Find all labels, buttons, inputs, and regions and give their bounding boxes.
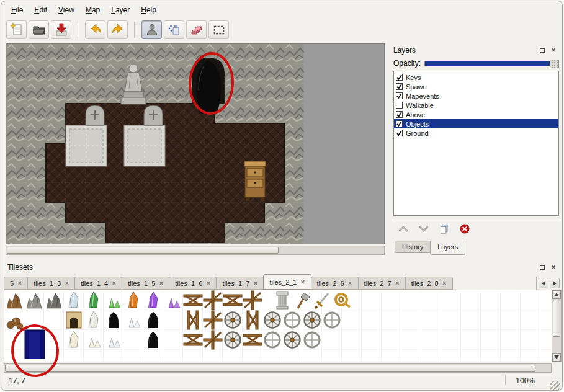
- map-viewport[interactable]: [6, 43, 385, 244]
- chevron-up-icon: [397, 223, 410, 235]
- layer-label: Walkable: [406, 102, 434, 109]
- menu-help[interactable]: Help: [136, 4, 161, 16]
- select-tool-button[interactable]: [208, 20, 229, 39]
- layer-row-above[interactable]: Above: [394, 110, 558, 119]
- tileset-tab-tiles_1_4[interactable]: tiles_1_4×: [74, 277, 122, 290]
- map-canvas[interactable]: [6, 44, 384, 244]
- menu-edit[interactable]: Edit: [29, 4, 52, 16]
- close-tab-icon[interactable]: ×: [395, 280, 400, 287]
- layer-visibility-checkbox[interactable]: [396, 74, 403, 81]
- tilesets-panel-header: Tilesets ×: [7, 262, 558, 273]
- layer-visibility-checkbox[interactable]: [396, 130, 403, 136]
- tileset-tab-label: tiles_1_6: [175, 280, 202, 287]
- menu-view[interactable]: View: [53, 4, 79, 16]
- tileset-tab-5[interactable]: 5×: [4, 277, 28, 290]
- close-tab-icon[interactable]: ×: [301, 278, 305, 286]
- close-panel-icon[interactable]: ×: [549, 263, 558, 272]
- scrollbar-thumb[interactable]: [553, 300, 560, 337]
- float-panel-icon[interactable]: [538, 46, 547, 55]
- layer-visibility-checkbox[interactable]: [396, 83, 403, 90]
- undo-button[interactable]: [85, 20, 105, 39]
- layer-label: Keys: [406, 74, 421, 81]
- status-separator: [505, 375, 506, 385]
- scroll-tabs-right-button[interactable]: [550, 278, 560, 288]
- redo-button[interactable]: [107, 20, 128, 39]
- scroll-tabs-left-button[interactable]: [539, 278, 548, 288]
- tileset-tab-label: tiles_2_8: [411, 280, 439, 287]
- eraser-tool-button[interactable]: [186, 20, 207, 39]
- tileset-tab-tiles_2_1[interactable]: tiles_2_1×: [263, 274, 311, 290]
- new-file-button[interactable]: [6, 20, 27, 39]
- person-stamp-icon: [145, 22, 159, 37]
- menu-layer[interactable]: Layer: [106, 4, 135, 16]
- scrollbar-thumb[interactable]: [5, 365, 535, 372]
- tilesets-panel-title: Tilesets: [7, 263, 535, 272]
- close-tab-icon[interactable]: ×: [206, 280, 210, 287]
- layer-visibility-checkbox[interactable]: [396, 111, 403, 118]
- triangle-right-icon: [553, 281, 557, 286]
- layer-row-mapevents[interactable]: Mapevents: [394, 91, 558, 100]
- close-tab-icon[interactable]: ×: [348, 280, 352, 287]
- layer-visibility-checkbox[interactable]: [396, 92, 403, 99]
- tileset-vertical-scrollbar[interactable]: [552, 290, 561, 362]
- tileset-tab-tiles_1_7[interactable]: tiles_1_7×: [216, 277, 264, 290]
- close-tab-icon[interactable]: ×: [442, 280, 447, 287]
- float-panel-icon[interactable]: [538, 263, 547, 272]
- layer-visibility-checkbox[interactable]: [396, 120, 403, 127]
- layers-panel-tabs: HistoryLayers: [395, 241, 465, 255]
- scroll-down-button[interactable]: [552, 353, 561, 362]
- close-tab-icon[interactable]: ×: [17, 280, 22, 287]
- tileset-tab-tiles_1_5[interactable]: tiles_1_5×: [122, 277, 169, 290]
- delete-layer-button[interactable]: [457, 221, 472, 236]
- tileset-canvas[interactable]: [4, 290, 552, 362]
- opacity-slider-handle[interactable]: [550, 60, 559, 68]
- layer-row-keys[interactable]: Keys: [394, 73, 558, 82]
- tileset-tab-label: tiles_2_1: [269, 278, 297, 286]
- move-layer-up-button[interactable]: [396, 221, 411, 236]
- resize-grip[interactable]: [550, 381, 560, 391]
- tileset-tab-tiles_1_3[interactable]: tiles_1_3×: [27, 277, 75, 290]
- scroll-up-button[interactable]: [552, 290, 561, 299]
- tileset-tab-label: tiles_1_3: [34, 280, 61, 287]
- layer-row-ground[interactable]: Ground: [394, 128, 558, 138]
- tab-layers[interactable]: Layers: [430, 241, 465, 255]
- layers-panel: Layers × Opacity: KeysSpawnMapeventsWalk…: [390, 43, 562, 255]
- open-button[interactable]: [29, 20, 49, 39]
- move-layer-down-button[interactable]: [416, 221, 431, 236]
- opacity-slider[interactable]: [424, 61, 559, 66]
- stamp-tool-button[interactable]: [141, 20, 162, 39]
- layer-row-spawn[interactable]: Spawn: [394, 82, 558, 91]
- tileset-tab-tiles_2_8[interactable]: tiles_2_8×: [405, 277, 453, 290]
- duplicate-layer-button[interactable]: [437, 221, 452, 236]
- opacity-slider-fill: [425, 61, 558, 66]
- check-icon: [396, 112, 402, 117]
- layer-visibility-checkbox[interactable]: [396, 102, 403, 109]
- tab-history[interactable]: History: [395, 241, 431, 253]
- close-panel-icon[interactable]: ×: [549, 46, 558, 55]
- open-folder-icon: [32, 22, 47, 37]
- layers-list: KeysSpawnMapeventsWalkableAboveObjectsGr…: [393, 71, 559, 216]
- layer-row-walkable[interactable]: Walkable: [394, 100, 558, 110]
- map-horizontal-scrollbar[interactable]: [6, 246, 385, 255]
- layers-panel-title: Layers: [393, 46, 535, 55]
- layer-row-objects[interactable]: Objects: [394, 119, 558, 128]
- tileset-tab-tiles_2_7[interactable]: tiles_2_7×: [358, 277, 406, 290]
- menu-map[interactable]: Map: [81, 4, 105, 16]
- tileset-tab-tiles_1_6[interactable]: tiles_1_6×: [169, 277, 217, 290]
- layer-actions: [393, 220, 559, 237]
- tileset-horizontal-scrollbar[interactable]: [4, 363, 552, 373]
- save-button[interactable]: [51, 20, 71, 39]
- scrollbar-thumb[interactable]: [7, 247, 279, 254]
- menu-file[interactable]: File: [6, 4, 28, 16]
- tileset-tab-tiles_2_6[interactable]: tiles_2_6×: [311, 277, 359, 290]
- paint-tool-button[interactable]: [164, 20, 184, 39]
- tileset-tabs: 5×tiles_1_3×tiles_1_4×tiles_1_5×tiles_1_…: [4, 274, 536, 290]
- selected-tile[interactable]: [25, 330, 45, 359]
- close-tab-icon[interactable]: ×: [253, 280, 257, 287]
- close-tab-icon[interactable]: ×: [112, 280, 116, 287]
- tileset-content[interactable]: [4, 290, 562, 362]
- close-tab-icon[interactable]: ×: [65, 280, 69, 287]
- statusbar: 17, 7 100%: [4, 374, 560, 390]
- triangle-left-icon: [542, 281, 545, 286]
- close-tab-icon[interactable]: ×: [159, 280, 163, 287]
